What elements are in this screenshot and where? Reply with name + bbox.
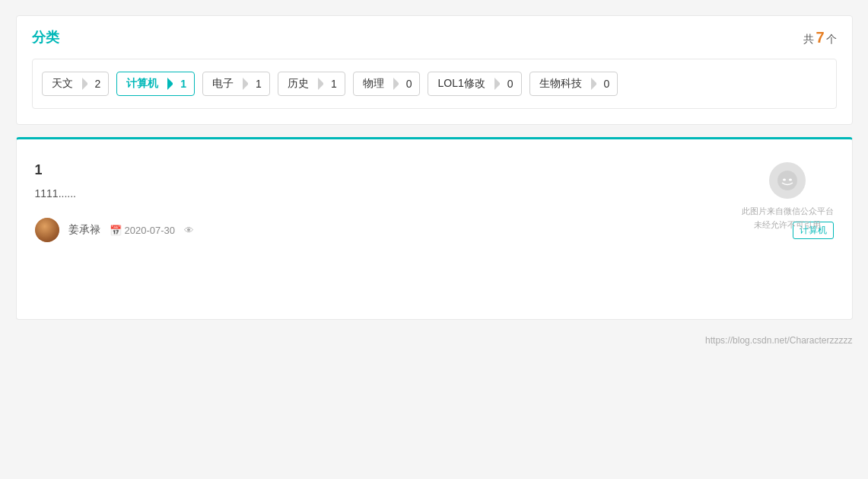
article-content-area: 1 1111...... 姜承禄 📅 2020-07-30 👁 <box>35 162 834 242</box>
view-meta: 👁 <box>184 225 194 236</box>
wechat-notice-line1: 此图片来自微信公众平台 <box>742 205 834 219</box>
eye-icon: 👁 <box>184 225 194 236</box>
category-total: 共7个 <box>803 29 836 46</box>
tag-count-4: 0 <box>399 78 420 90</box>
avatar <box>35 218 59 242</box>
tag-count-1: 1 <box>173 78 194 90</box>
article-summary: 1111...... <box>35 187 834 200</box>
svg-point-2 <box>789 179 792 181</box>
tag-count-5: 0 <box>500 78 521 90</box>
article-date: 2020-07-30 <box>125 225 176 236</box>
avatar-image <box>35 218 59 242</box>
tag-count-2: 1 <box>248 78 269 90</box>
svg-point-1 <box>783 179 786 181</box>
tag-item-历史[interactable]: 历史1 <box>278 72 345 96</box>
category-title: 分类 <box>32 28 59 46</box>
svg-point-0 <box>777 171 797 190</box>
tag-name-1: 计算机 <box>117 77 167 91</box>
wechat-notice-line2: 未经允许不可引用 <box>742 219 834 232</box>
category-header: 分类 共7个 <box>32 28 837 46</box>
tag-count-0: 2 <box>87 78 109 90</box>
article-panel: 1 1111...... 姜承禄 📅 2020-07-30 👁 <box>16 137 853 320</box>
tag-item-电子[interactable]: 电子1 <box>202 72 270 96</box>
tag-count-6: 0 <box>596 78 618 90</box>
tag-count-3: 1 <box>323 78 345 90</box>
tag-item-天文[interactable]: 天文2 <box>42 72 110 96</box>
tag-item-计算机[interactable]: 计算机1 <box>116 72 195 96</box>
tag-name-5: LOL1修改 <box>428 77 494 91</box>
calendar-icon: 📅 <box>110 225 122 236</box>
wechat-notice-area: 此图片来自微信公众平台 未经允许不可引用 <box>742 162 834 232</box>
tag-item-物理[interactable]: 物理0 <box>353 72 421 96</box>
tag-name-6: 生物科技 <box>530 77 591 91</box>
page-wrapper: 分类 共7个 天文2计算机1电子1历史1物理0LOL1修改0生物科技0 1 11… <box>16 15 853 346</box>
tag-name-3: 历史 <box>278 77 318 91</box>
tag-name-0: 天文 <box>43 77 82 91</box>
article-meta: 姜承禄 📅 2020-07-30 👁 计算机 <box>35 218 834 242</box>
total-label: 共 <box>803 33 814 45</box>
footer-url: https://blog.csdn.net/Characterzzzzz <box>705 335 852 346</box>
total-unit: 个 <box>826 33 837 45</box>
tag-item-生物科技[interactable]: 生物科技0 <box>529 72 618 96</box>
tag-name-2: 电子 <box>203 77 243 91</box>
wechat-notice: 此图片来自微信公众平台 未经允许不可引用 <box>742 205 834 232</box>
category-panel: 分类 共7个 天文2计算机1电子1历史1物理0LOL1修改0生物科技0 <box>16 15 853 125</box>
tag-item-LOL1修改[interactable]: LOL1修改0 <box>428 72 521 96</box>
total-count: 7 <box>816 29 824 46</box>
tag-name-4: 物理 <box>354 77 393 91</box>
article-number: 1 <box>35 162 834 178</box>
wechat-icon <box>769 162 806 199</box>
article-meta-left: 姜承禄 📅 2020-07-30 👁 <box>35 218 195 242</box>
date-meta: 📅 2020-07-30 <box>110 225 176 236</box>
wechat-svg <box>777 170 798 191</box>
tags-container: 天文2计算机1电子1历史1物理0LOL1修改0生物科技0 <box>32 59 837 109</box>
page-footer: https://blog.csdn.net/Characterzzzzz <box>16 335 853 346</box>
author-name: 姜承禄 <box>68 223 100 237</box>
